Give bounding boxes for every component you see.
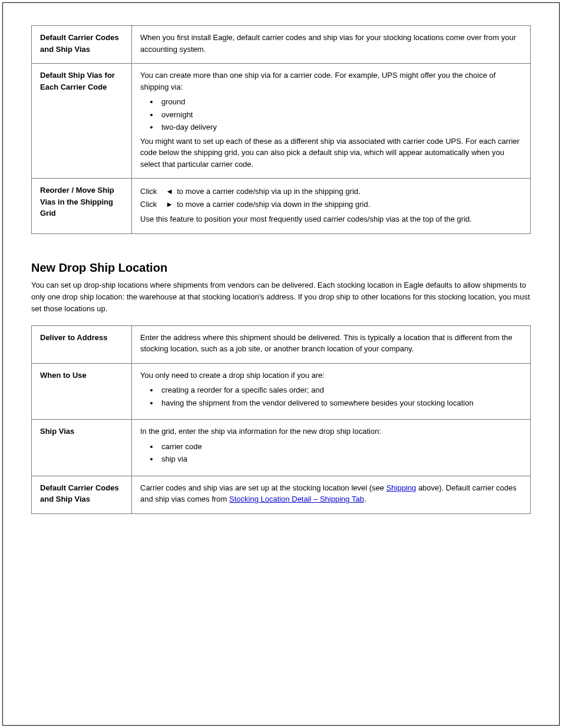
row-label: Default Carrier Codes and Ship Vias: [40, 483, 119, 504]
move-down-line: Click ► to move a carrier code/ship via …: [140, 199, 522, 210]
list-item: creating a reorder for a specific sales …: [159, 384, 522, 396]
drop-ship-table: Deliver to Address Enter the address whe…: [31, 325, 531, 514]
table-row: Ship Vias In the grid, enter the ship vi…: [32, 420, 531, 476]
table-row: Reorder / Move Ship Vias in the Shipping…: [32, 179, 531, 234]
bullet-list: ground overnight two-day delivery: [140, 96, 522, 133]
cell-text: In the grid, enter the ship via informat…: [140, 426, 522, 437]
cell-text: When you first install Eagle, default ca…: [140, 33, 516, 54]
cell-text: You can create more than one ship via fo…: [140, 70, 522, 93]
cell-text: You only need to create a drop ship loca…: [140, 370, 522, 381]
cell-text: .: [364, 495, 366, 503]
row-label: Default Ship Vias for Each Carrier Code: [40, 71, 115, 91]
section-intro: You can set up drop-ship locations where…: [31, 279, 531, 315]
shipping-location-table: Default Carrier Codes and Ship Vias When…: [31, 25, 531, 234]
list-item: two-day delivery: [159, 121, 522, 133]
table-row: When to Use You only need to create a dr…: [32, 363, 531, 420]
stocking-location-link[interactable]: Stocking Location Detail – Shipping Tab: [229, 495, 364, 503]
list-item: ground: [159, 96, 522, 108]
row-label: Default Carrier Codes and Ship Vias: [40, 33, 119, 54]
cell-text: Use this feature to position your most f…: [140, 213, 522, 225]
row-label: Deliver to Address: [40, 333, 107, 342]
cell-text: You might want to set up each of these a…: [140, 136, 522, 170]
table-row: Default Carrier Codes and Ship Vias When…: [32, 26, 531, 64]
table-row: Default Ship Vias for Each Carrier Code …: [32, 64, 531, 179]
bullet-list: creating a reorder for a specific sales …: [140, 384, 522, 409]
list-item: having the shipment from the vendor deli…: [159, 397, 522, 409]
bullet-list: carrier code ship via: [140, 441, 522, 465]
table-row: Deliver to Address Enter the address whe…: [32, 325, 531, 363]
table-row: Default Carrier Codes and Ship Vias Carr…: [32, 476, 531, 513]
cell-text: Carrier codes and ship vias are set up a…: [140, 483, 386, 492]
shipping-link[interactable]: Shipping: [386, 483, 416, 492]
move-up-line: Click ◄ to move a carrier code/ship via …: [140, 186, 522, 197]
row-label: Ship Vias: [40, 427, 74, 436]
list-item: ship via: [159, 453, 522, 465]
list-item: overnight: [159, 109, 522, 121]
cell-text: Enter the address where this shipment sh…: [140, 333, 513, 354]
section-title: New Drop Ship Location: [31, 261, 531, 275]
triangle-left-icon: ◄: [160, 186, 173, 197]
list-item: carrier code: [159, 441, 522, 453]
triangle-right-icon: ►: [160, 199, 173, 210]
row-label: Reorder / Move Ship Vias in the Shipping…: [40, 186, 114, 218]
row-label: When to Use: [40, 371, 87, 380]
